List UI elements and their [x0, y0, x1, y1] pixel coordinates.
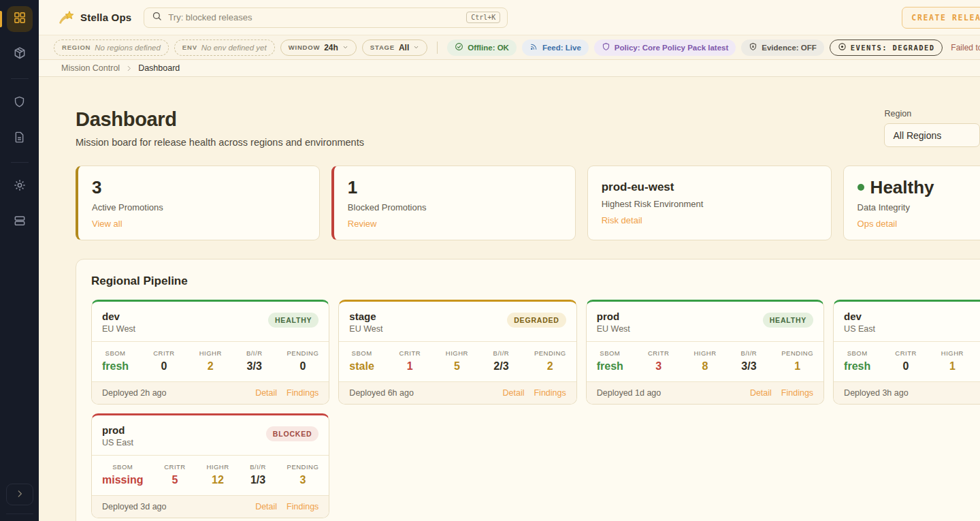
pending-value: 2: [547, 360, 553, 373]
sidebar-item-settings[interactable]: [7, 174, 33, 200]
breadcrumb-mission-control[interactable]: Mission Control: [61, 63, 120, 73]
sidebar-item-releases[interactable]: [7, 42, 33, 67]
bir-value: 1/3: [250, 474, 265, 486]
feed-status-chip[interactable]: Feed: Live: [522, 40, 589, 56]
sidebar-divider: [6, 514, 33, 514]
region-select[interactable]: All Regions: [884, 123, 980, 147]
window-pill-value: 24h: [324, 43, 338, 52]
stat-column-label: CRITR: [164, 463, 186, 471]
review-link[interactable]: Review: [348, 219, 377, 229]
pending-value: 0: [299, 360, 306, 373]
findings-link[interactable]: Findings: [287, 388, 318, 398]
env-pill-label: ENV: [182, 44, 197, 51]
pipeline-grid: dev EU West HEALTHY SBOMfresh CRITR0 HIG…: [91, 300, 980, 518]
findings-link[interactable]: Findings: [781, 388, 813, 398]
deployed-time: Deployed 3h ago: [844, 388, 909, 398]
stat-column-label: PENDING: [781, 349, 813, 357]
health-dot-icon: [858, 184, 864, 191]
chevron-right-icon: [15, 489, 24, 501]
window-filter-pill[interactable]: WINDOW 24h: [280, 40, 357, 56]
env-pill-value: No env defined yet: [201, 44, 267, 52]
sidebar-item-infrastructure[interactable]: [7, 209, 33, 235]
feed-status-text: Feed: Live: [542, 44, 581, 52]
stat-card-row: 3 Active Promotions View all 1 Blocked P…: [76, 165, 980, 240]
stat-card-data-integrity: Healthy Data Integrity Ops detail: [843, 165, 980, 240]
chevron-down-icon: [342, 44, 348, 52]
shield-x-icon: [749, 42, 757, 52]
create-release-button[interactable]: CREATE RELEASE: [902, 7, 980, 29]
offline-status-chip[interactable]: Offline: OK: [447, 40, 517, 56]
sbom-value: fresh: [844, 360, 870, 373]
breadcrumb: Mission Control Dashboard: [39, 60, 980, 77]
package-icon: [13, 46, 27, 63]
highr-value: 5: [454, 360, 460, 373]
findings-link[interactable]: Findings: [287, 502, 318, 511]
search-icon: [152, 11, 162, 24]
stat-value: 3: [92, 178, 306, 198]
deployed-time: Deployed 3d ago: [102, 502, 167, 511]
detail-link[interactable]: Detail: [255, 502, 277, 511]
stat-column-label: HIGHR: [446, 349, 468, 357]
pipeline-card-prod-us-east: prod US East BLOCKED SBOMmissing CRITR5 …: [91, 413, 329, 518]
env-name: prod: [102, 424, 133, 436]
stat-column-label: CRITR: [895, 349, 917, 357]
app-header: Stella Ops Ctrl+K CREATE RELEASE admin: [39, 0, 980, 35]
stat-column-label: CRITR: [153, 349, 175, 357]
pipeline-card-dev-us-east: dev US East HEALTHY SBOMfresh CRITR0 HIG…: [833, 300, 980, 405]
policy-status-chip[interactable]: Policy: Core Policy Pack latest: [594, 40, 736, 56]
critr-value: 3: [655, 360, 662, 373]
stat-column-label: HIGHR: [199, 349, 222, 357]
stat-label: Active Promotions: [92, 202, 306, 212]
env-region: EU West: [102, 324, 135, 334]
stat-column-label: B/I/R: [246, 349, 263, 357]
stage-filter-pill[interactable]: STAGE All: [362, 40, 427, 56]
sidebar-item-security[interactable]: [7, 90, 33, 116]
deployed-time: Deployed 6h ago: [349, 388, 414, 398]
global-search[interactable]: Ctrl+K: [144, 7, 508, 28]
stage-pill-value: All: [399, 43, 409, 52]
sidebar-item-dashboard[interactable]: [7, 6, 33, 32]
highr-value: 2: [208, 360, 214, 373]
shield-icon: [602, 42, 610, 52]
bir-value: 3/3: [741, 360, 756, 373]
region-pill-label: REGION: [62, 44, 91, 51]
risk-detail-link[interactable]: Risk detail: [602, 215, 642, 225]
env-filter-pill[interactable]: ENV No env defined yet: [174, 40, 275, 56]
stat-column-label: SBOM: [847, 349, 868, 357]
panel-title: Regional Pipeline: [91, 274, 188, 288]
shield-icon: [13, 95, 26, 111]
stat-column-label: PENDING: [287, 463, 319, 471]
status-badge: HEALTHY: [763, 313, 813, 328]
view-all-link[interactable]: View all: [92, 219, 122, 229]
critr-value: 0: [903, 360, 909, 373]
regional-pipeline-panel: Regional Pipeline All environments dev E…: [76, 259, 980, 521]
env-name: prod: [597, 311, 630, 322]
critr-value: 5: [172, 474, 178, 486]
sidebar-expand-button[interactable]: [6, 484, 33, 505]
search-input[interactable]: [168, 12, 460, 22]
region-filter-pill[interactable]: REGION No regions defined: [54, 40, 169, 56]
detail-link[interactable]: Detail: [750, 388, 772, 398]
divider: [437, 42, 438, 54]
highr-value: 12: [212, 474, 224, 486]
page-title: Dashboard: [76, 108, 364, 131]
env-region: US East: [844, 324, 875, 334]
evidence-status-chip[interactable]: Evidence: OFF: [741, 40, 824, 56]
stat-value: Healthy: [870, 178, 934, 198]
stat-column-label: B/I/R: [741, 349, 757, 357]
events-status-badge[interactable]: EVENTS: DEGRADED: [830, 40, 943, 56]
sidebar-item-documents[interactable]: [7, 125, 33, 151]
env-region: EU West: [597, 324, 630, 334]
detail-link[interactable]: Detail: [255, 388, 277, 398]
critr-value: 0: [161, 360, 167, 373]
status-badge: BLOCKED: [266, 426, 319, 441]
stat-column-label: HIGHR: [941, 349, 964, 357]
detail-link[interactable]: Detail: [503, 388, 525, 398]
env-name: stage: [349, 311, 382, 322]
events-status-text: EVENTS: DEGRADED: [851, 44, 935, 52]
chevron-down-icon: [413, 44, 419, 52]
breadcrumb-dashboard: Dashboard: [138, 63, 180, 73]
stat-column-label: CRITR: [648, 349, 670, 357]
ops-detail-link[interactable]: Ops detail: [858, 219, 898, 229]
findings-link[interactable]: Findings: [534, 388, 566, 398]
